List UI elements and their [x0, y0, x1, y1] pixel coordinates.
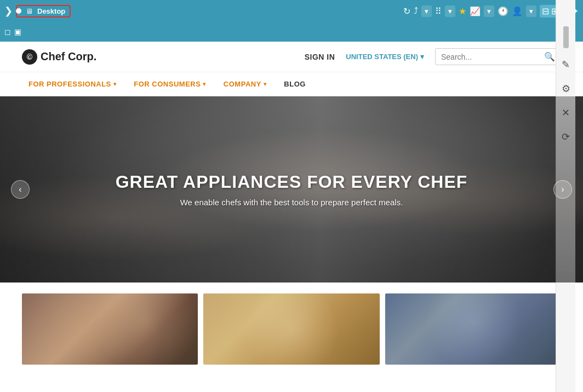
- network-dropdown[interactable]: ▾: [445, 5, 455, 17]
- chart-dropdown[interactable]: ▾: [484, 5, 494, 17]
- tab-icon[interactable]: ◻: [4, 27, 11, 36]
- hero-content: GREAT APPLIANCES FOR EVERY CHEF We enabl…: [116, 172, 468, 207]
- chart-icon[interactable]: 📈: [470, 6, 481, 16]
- site-header: © Chef Corp. SIGN IN UNITED STATES (EN) …: [0, 42, 583, 72]
- person-icon[interactable]: 👤: [512, 6, 523, 16]
- nav-label-company: COMPANY: [224, 80, 261, 88]
- chevron-down-icon: ▾: [113, 81, 117, 87]
- grid-icon[interactable]: ⊟: [542, 6, 549, 16]
- website-content: © Chef Corp. SIGN IN UNITED STATES (EN) …: [0, 42, 583, 376]
- chevron-down-icon: ▾: [264, 81, 267, 87]
- page-icon[interactable]: ▣: [14, 27, 21, 36]
- refresh-icon[interactable]: ↻: [403, 6, 410, 16]
- second-toolbar: ◻ ▣: [0, 22, 583, 42]
- card-2[interactable]: [203, 293, 379, 365]
- address-bar[interactable]: 🖥 Desktop: [16, 5, 71, 18]
- hero-next-button[interactable]: ›: [553, 180, 572, 199]
- chevron-down-icon: ▾: [203, 81, 206, 87]
- share-icon[interactable]: ⤴: [414, 6, 418, 16]
- nav-item-consumers[interactable]: FOR CONSUMERS ▾: [127, 72, 213, 96]
- desktop-label: Desktop: [37, 7, 65, 15]
- chevron-down-icon: ▾: [487, 7, 491, 15]
- search-input[interactable]: [441, 53, 541, 61]
- country-selector[interactable]: UNITED STATES (EN) ▾: [346, 53, 424, 61]
- clock-icon[interactable]: 🕐: [498, 6, 508, 16]
- gear-tool[interactable]: ⚙: [558, 81, 574, 96]
- nav-item-company[interactable]: COMPANY ▾: [217, 72, 273, 96]
- nav-label-consumers: FOR CONSUMERS: [134, 80, 201, 88]
- chevron-down-icon: ▾: [425, 7, 428, 15]
- chevron-down-icon: ▾: [420, 53, 424, 61]
- site-nav: FOR PROFESSIONALS ▾ FOR CONSUMERS ▾ COMP…: [0, 72, 583, 96]
- toolbar-right: ↻ ⤴ ▾ ⠿ ▾ ★ 📈 ▾ 🕐 👤 ▾ ⊟ ⊞ ▾ ✦: [403, 5, 579, 18]
- chevron-down-icon: ▾: [448, 7, 452, 15]
- logo-icon: ©: [22, 49, 37, 65]
- nav-item-professionals[interactable]: FOR PROFESSIONALS ▾: [22, 72, 123, 96]
- country-label: UNITED STATES (EN): [346, 53, 418, 61]
- header-nav: SIGN IN UNITED STATES (EN) ▾ 🔍: [305, 48, 561, 65]
- edit-tool[interactable]: ✎: [558, 57, 574, 72]
- card-1-overlay: [22, 293, 198, 365]
- monitor-icon: 🖥: [26, 7, 33, 15]
- star-icon[interactable]: ★: [459, 6, 466, 16]
- card-2-overlay: [203, 293, 379, 365]
- browser-toolbar: ❯ 🖥 Desktop ↻ ⤴ ▾ ⠿ ▾ ★ 📈 ▾ 🕐 👤 ▾ ⊟ ⊞ ▾: [0, 0, 583, 22]
- hero-title: GREAT APPLIANCES FOR EVERY CHEF: [116, 172, 468, 192]
- person-dropdown[interactable]: ▾: [526, 5, 536, 17]
- card-3[interactable]: [385, 293, 561, 365]
- logo[interactable]: © Chef Corp.: [22, 49, 96, 65]
- chevron-down-icon: ▾: [529, 7, 533, 15]
- hero-banner: ‹ GREAT APPLIANCES FOR EVERY CHEF We ena…: [0, 96, 583, 283]
- hero-subtitle: We enable chefs with the best tools to p…: [116, 198, 468, 207]
- nav-item-blog[interactable]: BLOG: [277, 72, 312, 96]
- sign-in-link[interactable]: SIGN IN: [305, 53, 335, 61]
- scrollbar-thumb[interactable]: [563, 26, 569, 48]
- forward-arrow-icon[interactable]: ❯: [4, 5, 13, 17]
- logo-text: Chef Corp.: [41, 50, 96, 63]
- hero-prev-button[interactable]: ‹: [11, 180, 30, 199]
- share-dropdown[interactable]: ▾: [421, 5, 432, 17]
- network-icon[interactable]: ⠿: [435, 6, 442, 16]
- toolbar-left: ❯ 🖥 Desktop: [4, 5, 71, 18]
- card-3-overlay: [385, 293, 561, 365]
- logo-symbol: ©: [27, 53, 32, 61]
- search-box[interactable]: 🔍: [435, 48, 561, 65]
- nav-label-blog: BLOG: [284, 80, 306, 88]
- nav-label-professionals: FOR PROFESSIONALS: [28, 80, 111, 88]
- card-1[interactable]: [22, 293, 198, 365]
- cards-section: [0, 283, 583, 376]
- search-icon[interactable]: 🔍: [544, 51, 555, 62]
